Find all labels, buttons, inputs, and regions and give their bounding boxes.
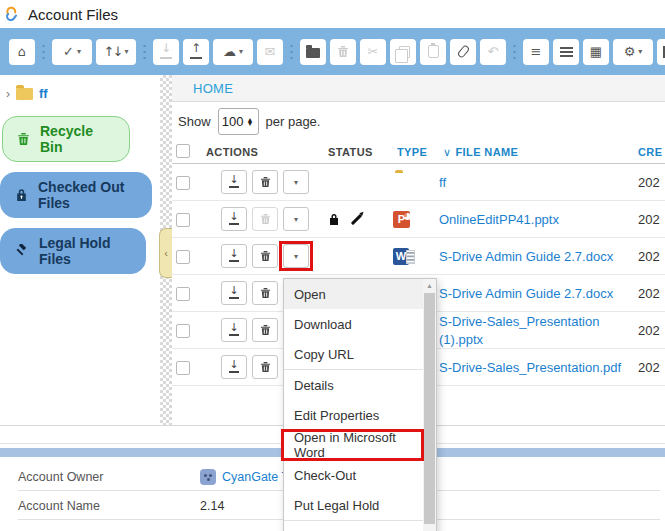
- sort-descending-icon: ∨: [443, 146, 451, 158]
- row-download-button[interactable]: ↓: [221, 355, 247, 379]
- file-name-link[interactable]: S-Drive-Sales_Presentation.pdf: [439, 360, 621, 375]
- created-date: 202: [635, 360, 665, 375]
- home-icon: ⌂: [18, 45, 26, 58]
- row-delete-button[interactable]: [252, 207, 278, 231]
- email-button[interactable]: ✉: [257, 39, 283, 65]
- breadcrumb-home-link[interactable]: HOME: [193, 81, 233, 96]
- page-size-input[interactable]: 100 ▲▼: [218, 108, 259, 135]
- column-header-file-name[interactable]: ∨FILE NAME: [439, 146, 635, 159]
- row-delete-button[interactable]: [252, 244, 278, 268]
- settings-button[interactable]: ⚙▾: [613, 39, 653, 65]
- toolbar-separator: [290, 41, 293, 63]
- sidebar-item-label: Recycle Bin: [40, 123, 115, 155]
- delete-button[interactable]: [330, 39, 356, 65]
- menu-item-open[interactable]: Open: [284, 279, 423, 309]
- table-row: ↓ ▾ W S-Drive Admin Guide 2.7.docx 202: [172, 238, 665, 275]
- menu-item-copy-url[interactable]: Copy URL: [284, 339, 423, 369]
- chevron-down-icon: ▾: [77, 48, 81, 56]
- new-folder-button[interactable]: [300, 39, 326, 65]
- row-menu-button[interactable]: ▾: [283, 207, 309, 231]
- row-checkbox[interactable]: [176, 324, 190, 338]
- column-header-type[interactable]: TYPE: [393, 146, 439, 158]
- row-checkbox[interactable]: [176, 176, 190, 190]
- detail-view-button[interactable]: [553, 39, 579, 65]
- sidebar-folder-ff[interactable]: › ff: [0, 83, 160, 104]
- paste-button[interactable]: [420, 39, 446, 65]
- column-header-actions[interactable]: ACTIONS: [206, 146, 317, 158]
- menu-item-put-legal-hold[interactable]: Put Legal Hold: [284, 490, 423, 520]
- row-checkbox[interactable]: [176, 287, 190, 301]
- file-name-link[interactable]: ff: [439, 175, 446, 190]
- row-download-button[interactable]: ↓: [221, 244, 247, 268]
- row-checkbox[interactable]: [176, 361, 190, 375]
- row-delete-button[interactable]: [252, 355, 278, 379]
- download-icon: ↓: [228, 176, 240, 188]
- trash-icon: [260, 213, 271, 225]
- lock-status-icon: [328, 213, 340, 226]
- list-view-button[interactable]: ≡: [523, 39, 549, 65]
- row-delete-button[interactable]: [252, 170, 278, 194]
- file-name-link[interactable]: S-Drive Admin Guide 2.7.docx: [439, 286, 613, 301]
- select-all-checkbox[interactable]: [176, 144, 190, 158]
- download-button[interactable]: ↓: [153, 39, 179, 65]
- menu-item-download[interactable]: Download: [284, 309, 423, 339]
- folder-icon: [16, 88, 33, 100]
- grid-view-button[interactable]: ▦: [583, 39, 609, 65]
- download-icon: ↓: [228, 250, 240, 262]
- created-date: 202: [635, 323, 665, 338]
- select-all-button[interactable]: ✓▾: [52, 39, 92, 65]
- column-header-status[interactable]: STATUS: [317, 146, 393, 158]
- trash-icon: [260, 324, 271, 336]
- toolbar-separator: [513, 41, 516, 63]
- file-name-link[interactable]: S-Drive Admin Guide 2.7.docx: [439, 249, 613, 264]
- copy-button[interactable]: [390, 39, 416, 65]
- row-delete-button[interactable]: [252, 281, 278, 305]
- row-context-menu: Open Download Copy URL Details Edit Prop…: [283, 278, 437, 531]
- scroll-up-icon[interactable]: ▲: [423, 279, 436, 292]
- page-size-control: Show 100 ▲▼ per page.: [172, 102, 665, 141]
- row-download-button[interactable]: ↓: [221, 170, 247, 194]
- sidebar-item-checked-out-files[interactable]: Checked Out Files: [0, 172, 152, 218]
- row-download-button[interactable]: ↓: [221, 207, 247, 231]
- toolbar-separator: [42, 41, 45, 63]
- cloud-upload-button[interactable]: ☁▾: [213, 39, 253, 65]
- row-checkbox[interactable]: [176, 250, 190, 264]
- home-button[interactable]: ⌂: [9, 39, 35, 65]
- row-delete-button[interactable]: [252, 318, 278, 342]
- avatar: [200, 469, 216, 485]
- undo-button[interactable]: ↶: [480, 39, 506, 65]
- file-name-link[interactable]: OnlineEditPP41.pptx: [439, 212, 559, 227]
- chevron-down-icon: ▾: [239, 48, 243, 56]
- file-name-link[interactable]: S-Drive-Sales_Presentation (1).pptx: [439, 314, 599, 347]
- toolbar-separator: [143, 41, 146, 63]
- sidebar-item-legal-hold-files[interactable]: Legal Hold Files: [0, 228, 146, 274]
- scrollbar-thumb[interactable]: [424, 293, 435, 524]
- toolbar: ⌂ ✓▾ ↑↓▾ ↓ ↑ ☁▾ ✉ ✂ ↶ ≡ ▦ ⚙▾: [0, 28, 665, 75]
- undo-arrow-icon: ↶: [488, 45, 499, 58]
- breadcrumb: HOME: [172, 75, 665, 102]
- row-download-button[interactable]: ↓: [221, 318, 247, 342]
- row-download-button[interactable]: ↓: [221, 281, 247, 305]
- upload-button[interactable]: ↑: [183, 39, 209, 65]
- column-header-created[interactable]: CRE: [635, 146, 665, 158]
- sort-button[interactable]: ↑↓▾: [96, 39, 136, 65]
- row-checkbox[interactable]: [176, 213, 190, 227]
- sidebar-item-recycle-bin[interactable]: Recycle Bin: [2, 116, 130, 162]
- spinner-buttons[interactable]: ▲▼: [247, 118, 258, 126]
- row-menu-button[interactable]: ▾: [283, 170, 309, 194]
- menu-item-details[interactable]: Details: [284, 370, 423, 400]
- attach-button[interactable]: [450, 39, 476, 65]
- sidebar: › ff Recycle Bin Checked Out Files Legal…: [0, 75, 160, 425]
- panel-view-button[interactable]: [657, 39, 665, 65]
- list-icon: ≡: [531, 45, 542, 58]
- sidebar-collapse-handle[interactable]: ‹: [159, 228, 172, 278]
- spinner-down-icon[interactable]: ▼: [247, 122, 254, 126]
- sidebar-resize-divider[interactable]: ‹: [160, 75, 172, 425]
- show-label: Show: [178, 114, 211, 129]
- cut-button[interactable]: ✂: [360, 39, 386, 65]
- menu-item-check-out[interactable]: Check-Out: [284, 460, 423, 490]
- account-owner-link[interactable]: CyanGate T: [222, 470, 289, 484]
- s-drive-logo-icon: [4, 6, 20, 22]
- menu-item-edit-properties[interactable]: Edit Properties: [284, 400, 423, 430]
- menu-scrollbar[interactable]: ▲: [423, 279, 436, 531]
